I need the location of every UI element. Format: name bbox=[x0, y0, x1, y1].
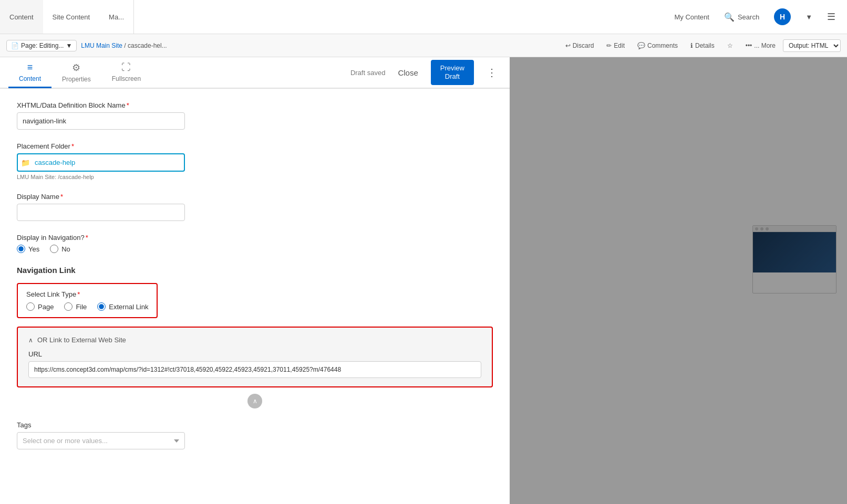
discard-icon: ↩ bbox=[565, 42, 571, 49]
user-avatar[interactable]: H bbox=[768, 0, 797, 34]
nav-yes-option[interactable]: Yes bbox=[17, 245, 39, 253]
placement-folder-group: Placement Folder* 📁 LMU Main Site: /casc… bbox=[17, 142, 493, 180]
nav-chevron-btn[interactable]: ▼ bbox=[799, 0, 819, 34]
block-name-label: XHTML/Data Definition Block Name* bbox=[17, 101, 493, 109]
collapse-icon[interactable]: ∧ bbox=[28, 337, 33, 344]
avatar: H bbox=[774, 8, 791, 25]
url-input[interactable] bbox=[28, 361, 481, 378]
properties-tab-icon: ⚙ bbox=[72, 62, 80, 74]
discard-btn[interactable]: ↩ Discard bbox=[560, 40, 600, 51]
nav-no-option[interactable]: No bbox=[50, 245, 70, 253]
my-content-btn[interactable]: My Content bbox=[668, 0, 715, 34]
tab-content[interactable]: ≡ Content bbox=[8, 58, 51, 88]
edit-btn[interactable]: ✏ Edit bbox=[601, 40, 630, 51]
search-icon: 🔍 bbox=[724, 12, 735, 22]
scroll-up-btn[interactable]: ∧ bbox=[247, 394, 262, 408]
modal-overlay: ≡ Content ⚙ Properties ⛶ Fullscreen Draf… bbox=[0, 57, 847, 504]
draft-saved-text: Draft saved bbox=[350, 69, 385, 77]
link-type-file[interactable]: File bbox=[64, 302, 87, 311]
link-type-box: Select Link Type* Page File bbox=[17, 283, 158, 318]
hamburger-icon: ☰ bbox=[827, 11, 835, 23]
nav-yes-label: Yes bbox=[28, 245, 39, 253]
link-type-label: Select Link Type* bbox=[26, 290, 148, 298]
display-name-group: Display Name* bbox=[17, 193, 493, 221]
chevron-down-icon: ▼ bbox=[805, 13, 812, 21]
display-name-input[interactable] bbox=[17, 204, 185, 221]
comments-icon: 💬 bbox=[637, 42, 645, 49]
modal-content: XHTML/Data Definition Block Name* Placem… bbox=[0, 89, 510, 504]
tags-section: Tags Select one or more values... bbox=[17, 421, 493, 449]
placement-folder-label: Placement Folder* bbox=[17, 142, 493, 150]
draft-badge[interactable]: 📄 Page: Editing... ▼ bbox=[6, 40, 77, 51]
navigation-link-heading: Navigation Link bbox=[17, 266, 493, 275]
more-dots-btn[interactable]: ⋮ bbox=[482, 64, 501, 81]
modal-tabs: ≡ Content ⚙ Properties ⛶ Fullscreen Draf… bbox=[0, 57, 510, 89]
nav-no-radio[interactable] bbox=[50, 245, 58, 253]
top-nav-left: Content Site Content Ma... bbox=[0, 0, 134, 34]
search-label: Search bbox=[738, 13, 759, 21]
tab-content-label: Content bbox=[19, 75, 41, 82]
output-select[interactable]: Output: HTML bbox=[783, 39, 841, 52]
link-type-page[interactable]: Page bbox=[26, 302, 54, 311]
external-link-label: OR Link to External Web Site bbox=[37, 336, 126, 344]
scroll-up-icon: ∧ bbox=[253, 397, 257, 405]
comments-label: Comments bbox=[647, 42, 678, 49]
preview-draft-btn[interactable]: Preview Draft bbox=[431, 60, 474, 85]
link-type-external-radio[interactable] bbox=[97, 302, 106, 311]
scroll-up-area: ∧ bbox=[17, 394, 493, 408]
block-name-input[interactable] bbox=[17, 112, 185, 130]
content-tab-icon: ≡ bbox=[27, 62, 33, 73]
nav-content-label: Content bbox=[9, 13, 34, 21]
url-label: URL bbox=[28, 350, 481, 358]
link-type-radio-group: Page File External Link bbox=[26, 302, 148, 311]
tab-properties[interactable]: ⚙ Properties bbox=[51, 58, 101, 88]
external-link-section: ∧ OR Link to External Web Site URL bbox=[17, 327, 493, 387]
nav-site-content[interactable]: Site Content bbox=[43, 0, 100, 34]
link-type-external[interactable]: External Link bbox=[97, 302, 148, 311]
search-btn[interactable]: 🔍 Search bbox=[718, 0, 766, 34]
more-btn[interactable]: ••• ... More bbox=[740, 40, 781, 51]
chevron-down-icon: ▼ bbox=[66, 42, 72, 49]
edit-icon: ✏ bbox=[606, 42, 612, 49]
second-toolbar-right: ↩ Discard ✏ Edit 💬 Comments ℹ Details ☆ … bbox=[560, 39, 841, 52]
folder-icon: 📁 bbox=[21, 159, 30, 167]
nav-content[interactable]: Content bbox=[0, 0, 43, 34]
preview-line1: Preview bbox=[440, 64, 464, 72]
external-link-header: ∧ OR Link to External Web Site bbox=[28, 336, 481, 344]
nav-display-label: Display in Navigation?* bbox=[17, 234, 493, 242]
link-type-file-radio[interactable] bbox=[64, 302, 73, 311]
folder-input-wrapper: 📁 bbox=[17, 153, 185, 172]
document-icon: 📄 bbox=[11, 42, 19, 49]
display-name-label: Display Name* bbox=[17, 193, 493, 201]
tags-select[interactable]: Select one or more values... bbox=[17, 432, 185, 449]
tab-fullscreen[interactable]: ⛶ Fullscreen bbox=[101, 58, 151, 88]
my-content-label: My Content bbox=[674, 13, 709, 21]
top-nav-right: My Content 🔍 Search H ▼ ☰ bbox=[668, 0, 847, 34]
link-type-page-radio[interactable] bbox=[26, 302, 35, 311]
block-name-group: XHTML/Data Definition Block Name* bbox=[17, 101, 493, 130]
main-layout: using these methods. You DO n Cascade. I… bbox=[0, 57, 847, 504]
breadcrumb-separator: / bbox=[124, 42, 128, 49]
more-label: ... More bbox=[754, 42, 776, 49]
close-btn[interactable]: Close bbox=[394, 66, 422, 79]
info-icon: ℹ bbox=[690, 42, 693, 49]
nav-more-item[interactable]: Ma... bbox=[99, 0, 133, 34]
nav-site-content-label: Site Content bbox=[53, 13, 90, 21]
fullscreen-tab-icon: ⛶ bbox=[121, 62, 131, 73]
breadcrumb-site[interactable]: LMU Main Site bbox=[81, 42, 122, 49]
tags-label: Tags bbox=[17, 421, 493, 429]
hamburger-btn[interactable]: ☰ bbox=[821, 0, 842, 34]
tab-properties-label: Properties bbox=[62, 76, 91, 83]
nav-display-group: Display in Navigation?* Yes No bbox=[17, 234, 493, 253]
details-btn[interactable]: ℹ Details bbox=[685, 40, 720, 51]
details-label: Details bbox=[695, 42, 715, 49]
top-nav: Content Site Content Ma... My Content 🔍 … bbox=[0, 0, 847, 34]
link-type-page-label: Page bbox=[38, 303, 54, 311]
nav-yes-radio[interactable] bbox=[17, 245, 25, 253]
folder-path: LMU Main Site: /cascade-help bbox=[17, 174, 493, 180]
star-btn[interactable]: ☆ bbox=[722, 40, 738, 51]
discard-label: Discard bbox=[573, 42, 594, 49]
placement-folder-input[interactable] bbox=[17, 153, 185, 172]
comments-btn[interactable]: 💬 Comments bbox=[632, 40, 683, 51]
ellipsis-icon: ••• bbox=[746, 42, 752, 49]
